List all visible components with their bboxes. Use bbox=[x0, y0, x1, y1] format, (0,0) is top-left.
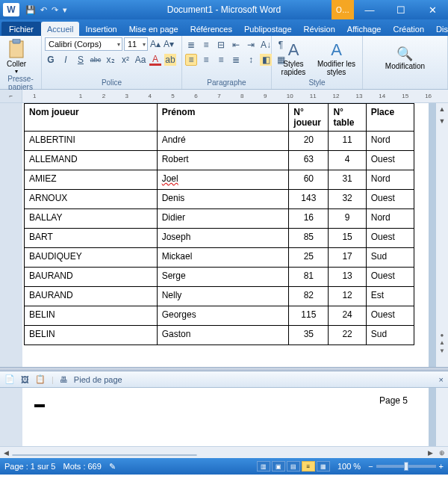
cell[interactable]: 25 bbox=[289, 248, 329, 268]
cell[interactable]: Est bbox=[366, 287, 414, 306]
view-outline[interactable]: ≡ bbox=[302, 461, 315, 472]
user-badge[interactable]: O… bbox=[332, 0, 354, 19]
cell[interactable]: Nord bbox=[366, 132, 414, 151]
cell[interactable]: 17 bbox=[329, 248, 366, 268]
cell[interactable]: Robert bbox=[157, 151, 289, 170]
multilevel-icon[interactable]: ⊟ bbox=[215, 39, 227, 51]
cell[interactable]: 82 bbox=[289, 287, 329, 306]
minimize-button[interactable]: — bbox=[354, 0, 385, 19]
view-web[interactable]: ▤ bbox=[287, 461, 300, 472]
cell[interactable]: 81 bbox=[289, 268, 329, 287]
cell[interactable]: 60 bbox=[289, 170, 329, 190]
fp-icon[interactable]: 📋 bbox=[35, 374, 46, 384]
table-row[interactable]: ARNOUXDenis14332Ouest bbox=[25, 190, 414, 209]
maximize-button[interactable]: ☐ bbox=[385, 0, 417, 19]
grow-font-icon[interactable]: A▴ bbox=[149, 38, 161, 50]
qat-more-icon[interactable]: ▾ bbox=[63, 5, 67, 15]
modify-styles-button[interactable]: A Modifier les styles bbox=[314, 40, 359, 76]
footer-page-preview[interactable]: Page 5 bbox=[22, 388, 429, 446]
cell[interactable]: 13 bbox=[329, 268, 366, 287]
cell[interactable]: 143 bbox=[289, 190, 329, 209]
tab-insertion[interactable]: Insertion bbox=[79, 22, 122, 36]
view-draft[interactable]: ▦ bbox=[317, 461, 330, 472]
col-header[interactable]: N° joueur bbox=[289, 104, 329, 132]
vertical-scrollbar[interactable]: ▲ ●▲▼ ▼ bbox=[436, 103, 448, 367]
cell[interactable]: Mickael bbox=[157, 248, 289, 268]
fp-icon[interactable]: 🖼 bbox=[21, 375, 29, 384]
highlight-button[interactable]: ab bbox=[164, 54, 176, 66]
col-header[interactable]: N° table bbox=[329, 104, 366, 132]
zoom-slider[interactable] bbox=[376, 465, 436, 468]
cell[interactable]: ALLEMAND bbox=[25, 151, 158, 170]
shading-icon[interactable]: ◧ bbox=[260, 54, 272, 66]
cell[interactable]: 22 bbox=[329, 326, 366, 345]
undo-icon[interactable]: ↶ bbox=[40, 5, 47, 15]
cell[interactable]: 16 bbox=[289, 209, 329, 229]
cell[interactable]: 31 bbox=[329, 170, 366, 190]
table-row[interactable]: AMIEZJoel6031Nord bbox=[25, 170, 414, 190]
align-center-icon[interactable]: ≡ bbox=[200, 54, 212, 66]
tab-création[interactable]: Création bbox=[387, 22, 430, 36]
cell[interactable]: Nelly bbox=[157, 287, 289, 306]
cell[interactable]: ARNOUX bbox=[25, 190, 158, 209]
cell[interactable]: Georges bbox=[157, 306, 289, 326]
superscript-button[interactable]: x² bbox=[119, 54, 131, 66]
tab-révision[interactable]: Révision bbox=[298, 22, 341, 36]
zoom-value[interactable]: 100 % bbox=[337, 462, 361, 471]
cell[interactable]: Didier bbox=[157, 209, 289, 229]
tab-disposition[interactable]: Disposition bbox=[430, 22, 448, 36]
page-nav[interactable]: ●▲▼ bbox=[436, 331, 448, 355]
align-right-icon[interactable]: ≡ bbox=[215, 54, 227, 66]
redo-icon[interactable]: ↷ bbox=[52, 5, 58, 15]
zoom-grip-icon[interactable]: ⊕ bbox=[436, 449, 448, 457]
editing-button[interactable]: 🔍 Modification bbox=[382, 46, 428, 70]
cell[interactable]: 15 bbox=[329, 229, 366, 248]
table-row[interactable]: BAURANDSerge8113Ouest bbox=[25, 268, 414, 287]
cell[interactable]: 63 bbox=[289, 151, 329, 170]
italic-button[interactable]: I bbox=[60, 54, 72, 66]
table-row[interactable]: BELINGeorges11524Ouest bbox=[25, 306, 414, 326]
close-button[interactable]: ✕ bbox=[417, 0, 448, 19]
align-left-icon[interactable]: ≡ bbox=[185, 54, 197, 66]
cell[interactable]: Ouest bbox=[366, 306, 414, 326]
view-print-layout[interactable]: ▥ bbox=[257, 461, 270, 472]
cell[interactable]: 9 bbox=[329, 209, 366, 229]
zoom-slider-thumb[interactable] bbox=[404, 462, 408, 471]
cell[interactable]: Serge bbox=[157, 268, 289, 287]
hscroll-thumb[interactable] bbox=[12, 454, 197, 456]
col-header[interactable]: Prénom bbox=[157, 104, 289, 132]
col-header[interactable]: Nom joueur bbox=[25, 104, 158, 132]
cell[interactable]: André bbox=[157, 132, 289, 151]
line-spacing-icon[interactable]: ↕ bbox=[245, 54, 257, 66]
page-canvas[interactable]: Nom joueurPrénomN° joueurN° tablePlace A… bbox=[22, 103, 429, 367]
data-table[interactable]: Nom joueurPrénomN° joueurN° tablePlace A… bbox=[24, 103, 414, 345]
tab-mise-en-page[interactable]: Mise en page bbox=[123, 22, 184, 36]
col-header[interactable]: Place bbox=[366, 104, 414, 132]
cell[interactable]: Joel bbox=[157, 170, 289, 190]
table-row[interactable]: BAURANDNelly8212Est bbox=[25, 287, 414, 306]
numbering-icon[interactable]: ≡ bbox=[200, 39, 212, 51]
fp-icon[interactable]: 🖶 bbox=[60, 375, 68, 384]
scroll-left-icon[interactable]: ◀ bbox=[0, 449, 12, 457]
cell[interactable]: Denis bbox=[157, 190, 289, 209]
cell[interactable]: 20 bbox=[289, 132, 329, 151]
cell[interactable]: Ouest bbox=[366, 151, 414, 170]
table-row[interactable]: BAUDIQUEYMickael2517Sud bbox=[25, 248, 414, 268]
cell[interactable]: BELIN bbox=[25, 326, 158, 345]
cell[interactable]: BAURAND bbox=[25, 287, 158, 306]
cell[interactable]: Gaston bbox=[157, 326, 289, 345]
cell[interactable]: 12 bbox=[329, 287, 366, 306]
tab-affichage[interactable]: Affichage bbox=[341, 22, 388, 36]
table-row[interactable]: ALBERTINIAndré2011Nord bbox=[25, 132, 414, 151]
cell[interactable]: 32 bbox=[329, 190, 366, 209]
cell[interactable]: Ouest bbox=[366, 229, 414, 248]
tab-accueil[interactable]: Accueil bbox=[41, 22, 79, 36]
tab-fichier[interactable]: Fichier bbox=[1, 22, 41, 36]
app-icon[interactable]: W bbox=[3, 3, 19, 16]
justify-icon[interactable]: ≣ bbox=[230, 54, 242, 66]
table-row[interactable]: BARTJoseph8515Ouest bbox=[25, 229, 414, 248]
tab-selector[interactable]: ⌐ bbox=[0, 90, 22, 102]
cell[interactable]: Sud bbox=[366, 326, 414, 345]
cell[interactable]: BELIN bbox=[25, 306, 158, 326]
zoom-in-button[interactable]: + bbox=[439, 462, 444, 471]
